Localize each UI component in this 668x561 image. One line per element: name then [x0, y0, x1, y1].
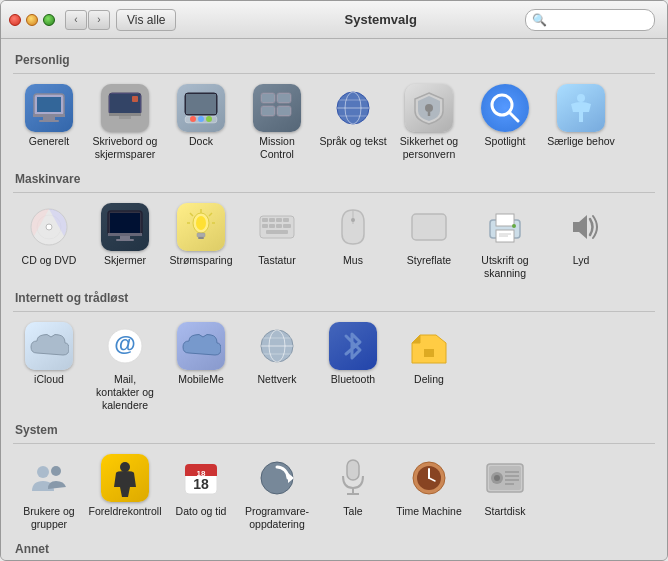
icon-item-dato[interactable]: 1818Dato og tid [165, 450, 237, 534]
minimize-button[interactable] [26, 14, 38, 26]
icon-grid-personlig: GenereltSkrivebord og skjermsparerDockMi… [13, 80, 655, 164]
icon-item-sikkerhet[interactable]: Sikkerhet og personvern [393, 80, 465, 164]
icon-item-styreflate[interactable]: Styreflate [393, 199, 465, 283]
traffic-lights [9, 14, 55, 26]
main-window: ‹ › Vis alle Systemvalg 🔍 PersonligGener… [0, 0, 668, 561]
svg-rect-53 [262, 218, 268, 222]
svg-rect-20 [278, 94, 290, 102]
icon-label-startdisk: Startdisk [485, 505, 526, 518]
icon-item-stromsparing[interactable]: Strømsparing [165, 199, 237, 283]
icon-item-startdisk[interactable]: Startdisk [469, 450, 541, 534]
icon-img-spotlight [481, 84, 529, 132]
svg-rect-12 [186, 94, 216, 114]
search-box[interactable]: 🔍 [525, 9, 655, 31]
icon-item-mus[interactable]: Mus [317, 199, 389, 283]
icon-item-tale[interactable]: Tale [317, 450, 389, 534]
icon-item-mission[interactable]: Mission Control [241, 80, 313, 164]
icon-item-spotlight[interactable]: Spotlight [469, 80, 541, 164]
svg-point-68 [512, 224, 516, 228]
icon-item-mail[interactable]: @Mail, kontakter og kalendere [89, 318, 161, 415]
search-input[interactable] [550, 14, 648, 26]
icon-img-icloud [25, 322, 73, 370]
icon-item-sprak[interactable]: Språk og tekst [317, 80, 389, 164]
icon-img-nettverk [253, 322, 301, 370]
back-button[interactable]: ‹ [65, 10, 87, 30]
svg-text:18: 18 [193, 476, 209, 492]
icon-item-generelt[interactable]: Generelt [13, 80, 85, 164]
section-title-maskinvare: Maskinvare [13, 172, 655, 186]
icon-item-tastatur[interactable]: Tastatur [241, 199, 313, 283]
svg-rect-58 [269, 224, 275, 228]
icon-item-lyd[interactable]: Lyd [545, 199, 617, 283]
svg-rect-55 [276, 218, 282, 222]
svg-point-79 [37, 466, 49, 478]
icon-grid-internett: iCloud@Mail, kontakter og kalendereMobil… [13, 318, 655, 415]
icon-label-sarlige: Særlige behov [547, 135, 615, 148]
svg-rect-42 [116, 239, 134, 241]
icon-img-mus [329, 203, 377, 251]
close-button[interactable] [9, 14, 21, 26]
svg-point-34 [577, 94, 585, 102]
icon-item-timemachine[interactable]: Time Machine [393, 450, 465, 534]
svg-rect-40 [108, 233, 142, 236]
icon-item-skjermer[interactable]: Skjermer [89, 199, 161, 283]
svg-text:@: @ [114, 331, 135, 356]
icon-img-deling [405, 322, 453, 370]
icon-label-generelt: Generelt [29, 135, 69, 148]
icon-label-stromsparing: Strømsparing [169, 254, 232, 267]
svg-rect-24 [278, 107, 290, 115]
icon-img-foreldrekontroll [101, 454, 149, 502]
icon-item-mobileme[interactable]: MobileMe [165, 318, 237, 415]
icon-item-dock[interactable]: Dock [165, 80, 237, 164]
show-all-button[interactable]: Vis alle [116, 9, 176, 31]
icon-item-foreldrekontroll[interactable]: Foreldrekontroll [89, 450, 161, 534]
icon-label-utskrift: Utskrift og skanning [471, 254, 539, 279]
icon-item-utskrift[interactable]: Utskrift og skanning [469, 199, 541, 283]
svg-point-15 [198, 116, 204, 122]
svg-rect-10 [132, 96, 138, 102]
svg-rect-60 [283, 224, 291, 228]
icon-item-sarlige[interactable]: Særlige behov [545, 80, 617, 164]
forward-button[interactable]: › [88, 10, 110, 30]
icon-img-sikkerhet [405, 84, 453, 132]
svg-point-14 [190, 116, 196, 122]
icon-item-cddvd[interactable]: CD og DVD [13, 199, 85, 283]
icon-item-brukere[interactable]: Brukere og grupper [13, 450, 85, 534]
icon-item-skrivebord[interactable]: Skrivebord og skjermsparer [89, 80, 161, 164]
icon-label-tastatur: Tastatur [258, 254, 295, 267]
section-divider-personlig [13, 73, 655, 74]
icon-img-timemachine [405, 454, 453, 502]
icon-item-nettverk[interactable]: Nettverk [241, 318, 313, 415]
svg-rect-2 [43, 117, 55, 120]
svg-rect-41 [120, 236, 130, 239]
svg-rect-45 [197, 233, 205, 237]
icon-label-styreflate: Styreflate [407, 254, 451, 267]
window-title: Systemvalg [182, 12, 579, 27]
icon-img-tale [329, 454, 377, 502]
icon-img-stromsparing [177, 203, 225, 251]
maximize-button[interactable] [43, 14, 55, 26]
icon-item-icloud[interactable]: iCloud [13, 318, 85, 415]
icon-img-dato: 1818 [177, 454, 225, 502]
icon-item-deling[interactable]: Deling [393, 318, 465, 415]
icon-img-lyd [557, 203, 605, 251]
icon-img-startdisk [481, 454, 529, 502]
icon-item-programvare[interactable]: Programvare­oppdatering [241, 450, 313, 534]
section-divider-maskinvare [13, 192, 655, 193]
icon-img-dock [177, 84, 225, 132]
icon-item-bluetooth[interactable]: Bluetooth [317, 318, 389, 415]
svg-point-99 [494, 475, 500, 481]
section-title-personlig: Personlig [13, 53, 655, 67]
icon-label-mobileme: MobileMe [178, 373, 224, 386]
icon-label-dock: Dock [189, 135, 213, 148]
icon-label-spotlight: Spotlight [485, 135, 526, 148]
icon-label-foreldrekontroll: Foreldrekontroll [89, 505, 162, 518]
icon-label-lyd: Lyd [573, 254, 590, 267]
icon-img-styreflate [405, 203, 453, 251]
svg-line-48 [190, 213, 193, 216]
icon-img-tastatur [253, 203, 301, 251]
svg-rect-64 [412, 214, 446, 240]
svg-rect-61 [266, 230, 288, 234]
icon-img-bluetooth [329, 322, 377, 370]
icon-img-skjermer [101, 203, 149, 251]
